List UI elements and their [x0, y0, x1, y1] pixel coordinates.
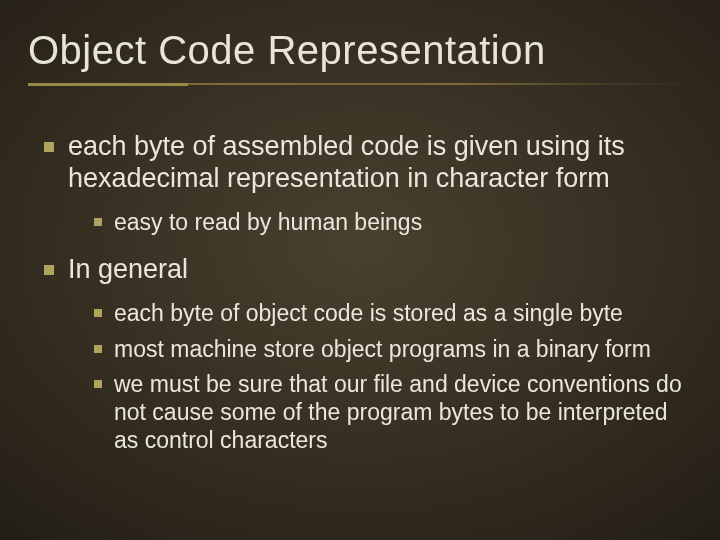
list-item: easy to read by human beings [86, 209, 692, 237]
bullet-text: each byte of object code is stored as a … [114, 300, 623, 326]
bullet-text: we must be sure that our file and device… [114, 371, 682, 452]
list-item: each byte of object code is stored as a … [86, 300, 692, 328]
bullet-text: most machine store object programs in a … [114, 336, 651, 362]
slide-body: each byte of assembled code is given usi… [28, 131, 692, 454]
sub-bullet-list: each byte of object code is stored as a … [68, 300, 692, 454]
bullet-text: In general [68, 254, 188, 284]
bullet-text: easy to read by human beings [114, 209, 422, 235]
list-item: In general each byte of object code is s… [34, 254, 692, 454]
list-item: most machine store object programs in a … [86, 336, 692, 364]
bullet-list: each byte of assembled code is given usi… [28, 131, 692, 454]
slide: Object Code Representation each byte of … [0, 0, 720, 540]
list-item: we must be sure that our file and device… [86, 371, 692, 454]
slide-title: Object Code Representation [28, 28, 692, 73]
title-rule [28, 83, 692, 91]
list-item: each byte of assembled code is given usi… [34, 131, 692, 236]
bullet-text: each byte of assembled code is given usi… [68, 131, 625, 193]
sub-bullet-list: easy to read by human beings [68, 209, 692, 237]
